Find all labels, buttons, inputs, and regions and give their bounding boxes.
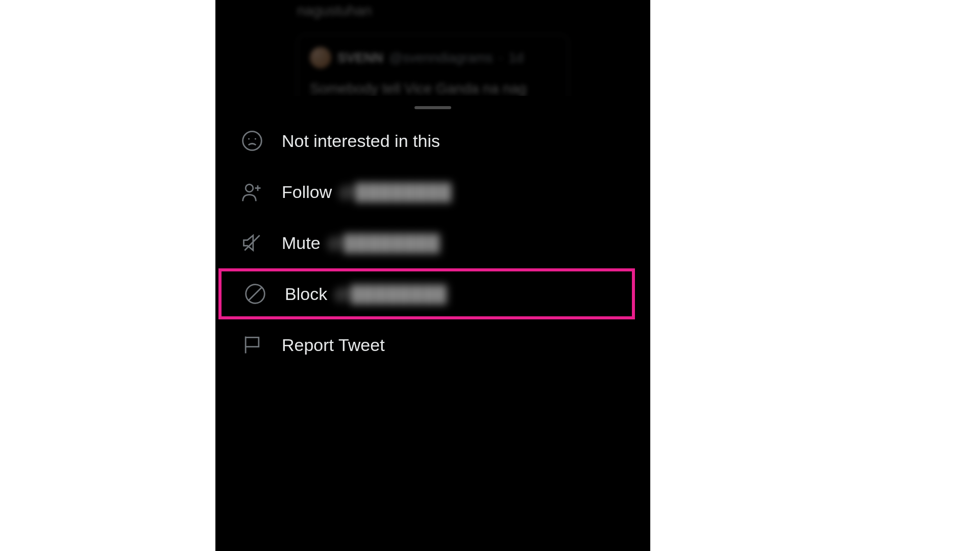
block-option[interactable]: Block @████████ xyxy=(218,268,635,319)
mute-label: Mute @████████ xyxy=(282,233,440,253)
avatar xyxy=(310,47,331,68)
sad-face-icon xyxy=(241,130,263,152)
block-icon xyxy=(244,283,266,305)
quoted-tweet-header: SVENN @svenndiagrams · 1d xyxy=(310,47,556,68)
block-label: Block @████████ xyxy=(285,284,447,304)
svg-point-2 xyxy=(255,138,256,140)
not-interested-option[interactable]: Not interested in this xyxy=(215,115,650,166)
parent-tweet-text: nagustuhan xyxy=(236,0,630,29)
not-interested-label: Not interested in this xyxy=(282,131,440,151)
quoted-display-name: SVENN xyxy=(337,50,383,66)
follow-label: Follow @████████ xyxy=(282,182,452,202)
sheet-drag-handle[interactable] xyxy=(414,106,451,109)
svg-point-0 xyxy=(243,132,262,151)
mute-icon xyxy=(241,232,263,254)
quoted-timestamp: 1d xyxy=(509,50,524,66)
not-interested-text: Not interested in this xyxy=(282,131,440,151)
flag-icon xyxy=(241,334,263,356)
follow-handle-blurred: @████████ xyxy=(338,183,452,202)
block-text: Block xyxy=(285,284,327,304)
svg-point-1 xyxy=(248,138,250,140)
report-tweet-option[interactable]: Report Tweet xyxy=(215,319,650,370)
mute-handle-blurred: @████████ xyxy=(327,234,440,253)
mute-text: Mute xyxy=(282,233,321,253)
block-handle-blurred: @████████ xyxy=(333,285,447,304)
follow-text: Follow xyxy=(282,182,332,202)
quoted-separator: · xyxy=(499,50,502,66)
app-container: nagustuhan SVENN @svenndiagrams · 1d Som… xyxy=(215,0,650,551)
follow-user-icon xyxy=(241,181,263,203)
quoted-username: @svenndiagrams xyxy=(389,50,493,66)
report-tweet-text: Report Tweet xyxy=(282,335,385,355)
tweet-action-sheet: Not interested in this Follow @████████ … xyxy=(215,96,650,370)
mute-option[interactable]: Mute @████████ xyxy=(215,217,650,268)
report-tweet-label: Report Tweet xyxy=(282,335,385,355)
follow-option[interactable]: Follow @████████ xyxy=(215,166,650,217)
svg-point-3 xyxy=(246,184,253,192)
